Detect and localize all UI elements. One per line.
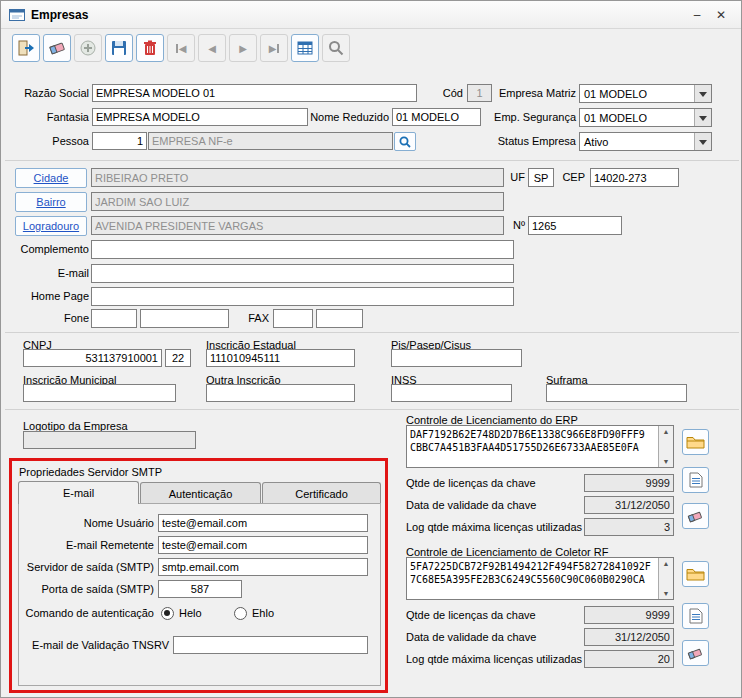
fax-numero-input[interactable] — [316, 309, 363, 328]
save-button[interactable] — [105, 34, 133, 62]
empresas-window: Empresas – ✕ ◀ ◀ ▶ ▶ Razão Social Cód Em… — [0, 0, 742, 698]
first-record-button: ◀ — [167, 34, 195, 62]
exit-icon — [17, 39, 35, 57]
logradouro-button[interactable]: Logradouro — [15, 216, 87, 236]
exit-button[interactable] — [12, 34, 40, 62]
inscricao-municipal-input[interactable] — [23, 384, 176, 402]
inscricao-estadual-input[interactable] — [206, 349, 355, 367]
email-validacao-label: E-mail de Validação TNSRV — [19, 636, 169, 654]
rf-license-key-box[interactable]: 5FA7225DCB72F92B1494212F494F58272841092F… — [406, 557, 674, 600]
folder-icon — [686, 435, 705, 449]
razao-social-input[interactable] — [92, 84, 417, 102]
last-record-icon: ▶ — [269, 43, 277, 54]
uf-input[interactable] — [528, 168, 554, 187]
fax-label: FAX — [239, 309, 269, 327]
bairro-button[interactable]: Bairro — [15, 192, 87, 212]
cep-label: CEP — [555, 168, 585, 186]
minimize-button[interactable]: – — [685, 5, 709, 25]
complemento-input[interactable] — [91, 240, 514, 259]
status-empresa-select[interactable]: Ativo — [579, 132, 712, 151]
rf-load-key-button[interactable] — [682, 561, 709, 587]
rf-log-label: Log qtde máxima licenças utilizadas — [406, 650, 586, 668]
fone-numero-input[interactable] — [140, 309, 229, 328]
logradouro-input — [91, 216, 504, 235]
tab-email[interactable]: E-mail — [18, 481, 139, 504]
cnpj-input[interactable] — [23, 349, 162, 367]
erp-load-key-button[interactable] — [682, 429, 709, 455]
home-page-input[interactable] — [91, 287, 514, 306]
scroll-up-icon[interactable]: ▲ — [663, 560, 670, 567]
servidor-saida-input[interactable] — [158, 558, 368, 576]
pessoa-code-input[interactable] — [92, 132, 147, 150]
erp-key-scrollbar[interactable]: ▲ ▼ — [658, 426, 673, 467]
delete-button[interactable] — [136, 34, 164, 62]
fone-ddd-input[interactable] — [91, 309, 137, 328]
erp-report-button[interactable] — [682, 467, 709, 493]
email-input[interactable] — [91, 264, 514, 283]
empresa-matriz-label: Empresa Matriz — [492, 84, 576, 102]
helo-radio-option[interactable]: Helo — [161, 605, 202, 621]
first-record-icon: ◀ — [179, 43, 187, 54]
tab-autenticacao[interactable]: Autenticação — [140, 482, 261, 504]
chevron-down-icon[interactable] — [694, 133, 711, 150]
emp-seguranca-select[interactable]: 01 MODELO — [579, 108, 712, 127]
suframa-input[interactable] — [546, 384, 687, 402]
email-remetente-label: E-mail Remetente — [19, 536, 154, 554]
fax-ddd-input[interactable] — [273, 309, 313, 328]
scroll-down-icon[interactable]: ▼ — [663, 590, 670, 597]
chevron-down-icon[interactable] — [694, 85, 711, 102]
ehlo-radio[interactable] — [234, 607, 247, 620]
porta-saida-input[interactable] — [158, 580, 242, 598]
fantasia-input[interactable] — [92, 108, 308, 126]
complemento-label: Complemento — [9, 240, 89, 258]
tab-certificado[interactable]: Certificado — [262, 482, 381, 504]
pis-input[interactable] — [391, 349, 522, 367]
chevron-down-icon[interactable] — [694, 109, 711, 126]
search-button — [322, 34, 350, 62]
cep-input[interactable] — [590, 168, 679, 187]
rf-key-scrollbar[interactable]: ▲ ▼ — [658, 558, 673, 599]
next-record-button: ▶ — [229, 34, 257, 62]
cod-input — [467, 84, 492, 102]
erp-validade-input — [584, 496, 674, 514]
section-separator — [5, 332, 739, 333]
nome-usuario-input[interactable] — [158, 514, 368, 532]
erp-log-input — [584, 518, 674, 536]
email-remetente-input[interactable] — [158, 536, 368, 554]
app-icon — [9, 8, 25, 22]
section-separator — [5, 160, 739, 161]
email-label: E-mail — [9, 264, 89, 282]
cnpj-digito-input[interactable] — [165, 349, 191, 367]
razao-social-label: Razão Social — [9, 84, 89, 102]
inss-input[interactable] — [391, 384, 512, 402]
empresa-matriz-select[interactable]: 01 MODELO — [579, 84, 712, 103]
document-icon — [689, 472, 703, 488]
eraser-icon — [687, 646, 704, 661]
erp-clear-button[interactable] — [682, 503, 709, 529]
cidade-button[interactable]: Cidade — [15, 168, 87, 188]
next-record-icon: ▶ — [239, 43, 247, 54]
cidade-input — [91, 168, 504, 187]
ehlo-radio-option[interactable]: Ehlo — [234, 605, 274, 621]
rf-qtde-label: Qtde de licenças da chave — [406, 606, 581, 624]
close-button[interactable]: ✕ — [709, 5, 733, 25]
numero-label: Nº — [503, 216, 525, 234]
rf-clear-button[interactable] — [682, 640, 709, 666]
trash-icon — [141, 39, 159, 57]
clear-button[interactable] — [43, 34, 71, 62]
numero-input[interactable] — [528, 216, 622, 235]
titlebar: Empresas – ✕ — [1, 1, 741, 29]
pessoa-search-button[interactable] — [394, 132, 416, 151]
email-validacao-input[interactable] — [173, 636, 368, 654]
scroll-down-icon[interactable]: ▼ — [663, 458, 670, 465]
erp-license-key-box[interactable]: DAF7192B62E748D2D7B6E1338C966E8FD90FFF9 … — [406, 425, 674, 468]
grid-view-button[interactable] — [291, 34, 319, 62]
scroll-up-icon[interactable]: ▲ — [663, 428, 670, 435]
emp-seguranca-label: Emp. Segurança — [492, 108, 576, 126]
nome-reduzido-input[interactable] — [392, 108, 481, 126]
helo-radio[interactable] — [161, 607, 174, 620]
previous-record-icon: ◀ — [208, 43, 216, 54]
rf-report-button[interactable] — [682, 603, 709, 629]
erp-log-label: Log qtde máxima licenças utilizadas — [406, 518, 586, 536]
outra-inscricao-input[interactable] — [206, 384, 355, 402]
